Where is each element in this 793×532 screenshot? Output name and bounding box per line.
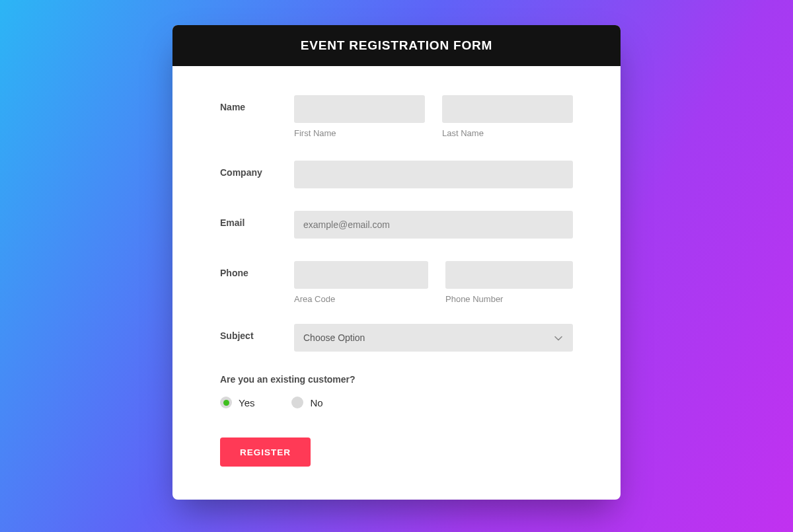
radio-icon <box>291 397 303 408</box>
phone-number-sublabel: Phone Number <box>445 294 573 304</box>
company-label: Company <box>220 161 294 178</box>
first-name-sublabel: First Name <box>294 128 425 138</box>
first-name-input[interactable] <box>294 95 425 123</box>
subject-selected-value: Choose Option <box>303 332 365 343</box>
form-title: EVENT REGISTRATION FORM <box>172 25 621 66</box>
company-input[interactable] <box>294 161 573 188</box>
radio-option-no[interactable]: No <box>291 397 322 408</box>
form-body: Name First Name Last Name Company <box>172 66 621 500</box>
phone-label: Phone <box>220 261 294 278</box>
radio-yes-label: Yes <box>239 397 254 408</box>
email-input[interactable] <box>294 211 573 239</box>
name-label: Name <box>220 95 294 112</box>
email-label: Email <box>220 211 294 228</box>
radio-icon <box>220 397 232 408</box>
registration-card: EVENT REGISTRATION FORM Name First Name … <box>172 25 621 500</box>
last-name-input[interactable] <box>442 95 573 123</box>
area-code-sublabel: Area Code <box>294 294 428 304</box>
area-code-input[interactable] <box>294 261 428 289</box>
existing-customer-question: Are you an existing customer? <box>220 374 573 385</box>
phone-number-input[interactable] <box>445 261 573 289</box>
radio-option-yes[interactable]: Yes <box>220 397 254 408</box>
last-name-sublabel: Last Name <box>442 128 573 138</box>
radio-no-label: No <box>310 397 322 408</box>
subject-select[interactable]: Choose Option <box>294 324 573 352</box>
register-button[interactable]: REGISTER <box>220 437 311 467</box>
subject-label: Subject <box>220 324 294 341</box>
